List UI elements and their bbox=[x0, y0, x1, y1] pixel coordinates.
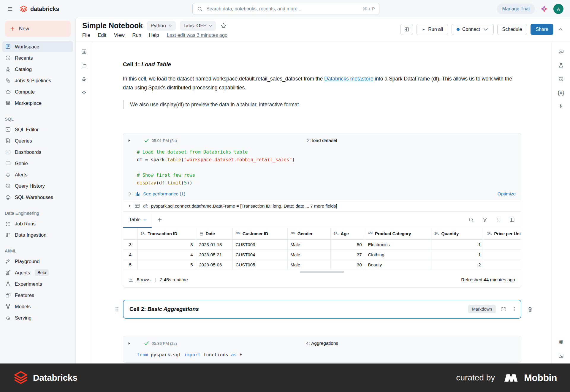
sidebar-item-agents[interactable]: AgentsBeta bbox=[2, 267, 73, 278]
share-button[interactable]: Share bbox=[531, 24, 553, 35]
sidebar-item-serving[interactable]: Serving bbox=[2, 312, 73, 323]
assistant-sparkle-icon[interactable] bbox=[540, 5, 548, 13]
column-header-price-per-uni[interactable]: 1²₃Price per Uni bbox=[484, 228, 522, 240]
column-header-customer-id[interactable]: ᴬᴮᶜCustomer ID bbox=[232, 228, 287, 240]
new-button[interactable]: New bbox=[5, 21, 71, 37]
table-cell: 30 bbox=[330, 260, 365, 270]
favorite-star-icon[interactable] bbox=[220, 23, 227, 29]
code-editor[interactable]: from pyspark.sql import functions as F bbox=[123, 349, 521, 362]
column-options-icon[interactable] bbox=[495, 217, 501, 223]
sidebar-item-models[interactable]: Models bbox=[2, 301, 73, 312]
sidebar-item-genie[interactable]: Genie bbox=[2, 158, 73, 169]
column-header-quantity[interactable]: 1²₃Quantity bbox=[431, 228, 484, 240]
catalog-icon[interactable] bbox=[81, 76, 87, 82]
menu-help[interactable]: Help bbox=[149, 32, 159, 38]
sidebar-item-query-history[interactable]: Query History bbox=[2, 180, 73, 192]
sidebar-item-sql-editor[interactable]: SQL Editor bbox=[2, 124, 73, 135]
sidebar-item-recents[interactable]: Recents bbox=[2, 52, 73, 64]
comments-icon[interactable] bbox=[558, 49, 564, 55]
sidebar-item-queries[interactable]: Queries bbox=[2, 135, 73, 146]
filter-icon[interactable] bbox=[482, 217, 488, 223]
connect-button[interactable]: Connect bbox=[452, 24, 494, 35]
sidebar-item-label: Job Runs bbox=[15, 221, 36, 227]
cell-title[interactable]: 4: Aggregations bbox=[123, 341, 521, 346]
column-header-date[interactable]: Date bbox=[196, 228, 232, 240]
menu-run[interactable]: Run bbox=[132, 32, 141, 38]
sidebar-item-sql-warehouses[interactable]: SQL Warehouses bbox=[2, 192, 73, 203]
chevron-right-icon[interactable] bbox=[128, 192, 132, 196]
sidebar-item-job-runs[interactable]: Job Runs bbox=[2, 218, 73, 229]
tab-table[interactable]: Table bbox=[123, 212, 152, 228]
sidebar-item-features[interactable]: Features bbox=[2, 290, 73, 301]
side-panel-icon[interactable] bbox=[509, 217, 515, 223]
run-all-button[interactable]: Run all bbox=[417, 24, 448, 35]
assistant-icon[interactable] bbox=[81, 90, 87, 96]
sidebar-item-label: Agents bbox=[15, 270, 30, 276]
layout-button[interactable] bbox=[400, 24, 413, 35]
avatar[interactable]: A bbox=[553, 4, 563, 14]
search-icon bbox=[197, 6, 203, 12]
version-history-icon[interactable] bbox=[558, 76, 564, 82]
rows-count: 5 rows bbox=[137, 277, 151, 282]
sidebar-item-data-ingestion[interactable]: Data Ingestion bbox=[2, 229, 73, 241]
global-search[interactable]: ⌘ + P bbox=[192, 3, 379, 15]
column-header-product-category[interactable]: ᴬᴮᶜProduct Category bbox=[365, 228, 431, 240]
table-of-contents-icon[interactable] bbox=[81, 49, 87, 55]
search-results-icon[interactable] bbox=[468, 217, 474, 223]
code-cell-1[interactable]: 05:01 PM (2s) 2: load dataset # Load the… bbox=[123, 133, 521, 288]
sidebar-item-marketplace[interactable]: Marketplace bbox=[2, 97, 73, 109]
markdown-cell-2[interactable]: Cell 2: Basic Aggregations Markdown bbox=[123, 300, 521, 319]
shortcuts-icon[interactable]: ⌘ bbox=[558, 339, 564, 345]
cell-title[interactable]: 2: load dataset bbox=[123, 138, 521, 143]
expand-result-icon[interactable] bbox=[128, 204, 131, 208]
table-row: 332023-01-13CUST003Male50Electronics1 bbox=[123, 240, 522, 250]
collapse-header-icon[interactable] bbox=[558, 27, 563, 32]
code-editor[interactable]: # Load the dataset from Databricks table… bbox=[123, 146, 521, 190]
sidebar-item-jobs-pipelines[interactable]: Jobs & Pipelines bbox=[2, 75, 73, 86]
schedule-button[interactable]: Schedule bbox=[497, 24, 527, 35]
table-cell: CUST003 bbox=[232, 240, 287, 250]
kebab-menu-icon[interactable] bbox=[511, 306, 517, 312]
sidebar-item-catalog[interactable]: Catalog bbox=[2, 64, 73, 75]
sidebar-item-workspace[interactable]: Workspace bbox=[2, 41, 73, 52]
sidebar-item-compute[interactable]: Compute bbox=[2, 86, 73, 97]
hamburger-menu-icon[interactable] bbox=[7, 6, 13, 12]
environment-settings-icon[interactable] bbox=[558, 103, 564, 109]
experiments-icon[interactable] bbox=[558, 62, 564, 68]
see-performance-link[interactable]: See performance (1) bbox=[135, 191, 185, 197]
column-header-gender[interactable]: ᴬᴮᶜGender bbox=[287, 228, 330, 240]
variables-icon[interactable]: {x} bbox=[558, 90, 564, 95]
markdown-badge[interactable]: Markdown bbox=[468, 305, 496, 313]
sidebar-item-experiments[interactable]: Experiments bbox=[2, 278, 73, 290]
menu-edit[interactable]: Edit bbox=[98, 32, 106, 38]
delete-cell-icon[interactable] bbox=[527, 306, 533, 312]
language-selector[interactable]: Python bbox=[147, 21, 175, 31]
workspace-icon bbox=[5, 44, 11, 50]
expand-cell-icon[interactable] bbox=[501, 306, 506, 312]
play-icon bbox=[422, 28, 425, 31]
sidebar-item-alerts[interactable]: Alerts bbox=[2, 169, 73, 180]
search-input[interactable] bbox=[206, 6, 360, 12]
menu-file[interactable]: File bbox=[82, 32, 90, 38]
notebook-title[interactable]: Simple Notebook bbox=[82, 21, 143, 30]
tabs-toggle[interactable]: Tabs: OFF bbox=[180, 21, 216, 31]
table-cell: Electronics bbox=[365, 240, 431, 250]
menu-view[interactable]: View bbox=[114, 32, 124, 38]
last-edit-link[interactable]: Last edit was 3 minutes ago bbox=[167, 32, 228, 38]
sidebar-item-playground[interactable]: Playground bbox=[2, 256, 73, 267]
horizontal-scrollbar[interactable] bbox=[300, 271, 344, 273]
databricks-logo[interactable]: databricks bbox=[20, 5, 59, 13]
folder-icon[interactable] bbox=[81, 62, 87, 68]
sidebar-item-dashboards[interactable]: Dashboards bbox=[2, 146, 73, 158]
result-text: pyspark.sql.connect.dataframe.DataFrame … bbox=[151, 203, 337, 208]
code-cell-2[interactable]: 05:36 PM (2s) 4: Aggregations from pyspa… bbox=[123, 336, 521, 363]
column-header-age[interactable]: 1²₃Age bbox=[330, 228, 365, 240]
drag-handle-icon[interactable] bbox=[115, 306, 119, 312]
add-visualization-icon[interactable] bbox=[157, 217, 163, 223]
download-icon[interactable] bbox=[128, 277, 134, 283]
metastore-link[interactable]: Databricks metastore bbox=[324, 76, 373, 82]
terminal-icon[interactable] bbox=[558, 353, 564, 359]
manage-trial-button[interactable]: Manage Trial bbox=[497, 4, 535, 14]
column-header-transaction-id[interactable]: 1²₃Transaction ID bbox=[137, 228, 196, 240]
optimize-link[interactable]: Optimize bbox=[498, 191, 516, 197]
